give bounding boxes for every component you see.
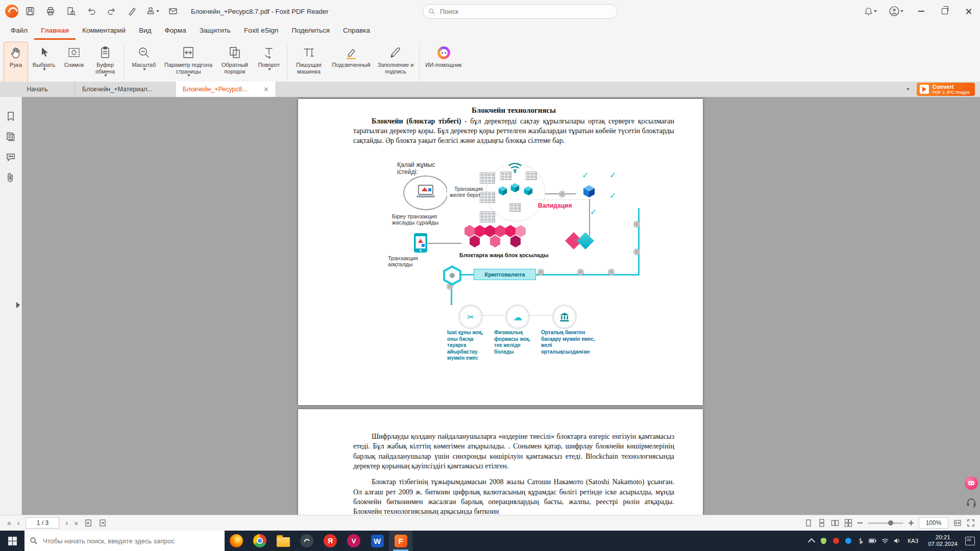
menu-home[interactable]: Главная bbox=[34, 22, 76, 40]
close-button[interactable] bbox=[957, 0, 980, 22]
undo-icon[interactable] bbox=[85, 5, 98, 18]
close-tab-icon[interactable] bbox=[263, 87, 268, 92]
typewriter-button[interactable]: Пишущая машинка bbox=[290, 42, 327, 83]
ai-assistant-icon bbox=[437, 45, 450, 60]
tab-list-caret-icon[interactable] bbox=[906, 88, 910, 90]
foxit-logo-icon[interactable] bbox=[5, 5, 18, 18]
redo-icon[interactable] bbox=[105, 5, 118, 18]
attachments-panel-button[interactable] bbox=[0, 167, 21, 188]
previous-page-button[interactable]: ‹ bbox=[17, 519, 20, 527]
taskbar-clock[interactable]: 20:21 07.02.2024 bbox=[925, 534, 961, 547]
clipboard-button[interactable]: Буфер обмена bbox=[89, 42, 121, 83]
tray-bluetooth-icon[interactable] bbox=[856, 537, 864, 545]
bookmarks-panel-button[interactable] bbox=[0, 106, 21, 127]
tab-document-1[interactable]: Блокчейн_+Материал... bbox=[75, 82, 176, 97]
search-icon bbox=[30, 537, 38, 545]
continuous-view-icon[interactable] bbox=[818, 519, 826, 527]
windows-taskbar: Я V W F КАЗ 20:21 07.02.2024 bbox=[0, 531, 980, 551]
taskbar-chrome[interactable] bbox=[248, 531, 272, 551]
taskbar-word[interactable]: W bbox=[365, 531, 389, 551]
zoom-slider-knob[interactable] bbox=[888, 520, 893, 525]
tray-app-blue-icon[interactable] bbox=[844, 537, 852, 545]
reverse-order-button[interactable]: Обратный порядок bbox=[216, 42, 253, 83]
facing-view-icon[interactable] bbox=[831, 519, 839, 527]
menu-share[interactable]: Поделиться bbox=[285, 22, 336, 40]
taskbar-firefox[interactable] bbox=[225, 531, 248, 551]
highlight-button[interactable]: Подсвеченный bbox=[328, 42, 374, 83]
minimize-button[interactable] bbox=[910, 0, 933, 22]
notifications-bell-icon[interactable] bbox=[858, 0, 883, 22]
zoom-out-button[interactable] bbox=[857, 522, 863, 523]
taskbar-search-box[interactable] bbox=[24, 531, 225, 551]
menu-esign[interactable]: Foxit eSign bbox=[237, 22, 285, 40]
facing-continuous-view-icon[interactable] bbox=[844, 519, 852, 527]
previous-view-icon[interactable] bbox=[84, 519, 92, 527]
titlebar-right-controls bbox=[858, 0, 980, 22]
tray-yandex-icon[interactable] bbox=[832, 537, 840, 545]
global-search-input[interactable] bbox=[439, 7, 612, 16]
print-icon[interactable] bbox=[44, 5, 57, 18]
stamp-icon[interactable] bbox=[146, 5, 159, 18]
rotate-button[interactable]: Поворот bbox=[254, 42, 284, 83]
ai-assistant-float-button[interactable] bbox=[965, 477, 978, 490]
expand-panel-arrow-icon[interactable] bbox=[16, 302, 20, 308]
first-page-button[interactable]: « bbox=[7, 519, 11, 527]
hand-tool-button[interactable]: Рука bbox=[4, 42, 28, 83]
document-view[interactable]: Блокчейн технологиясы Блокчейн (блоктар … bbox=[22, 97, 980, 515]
tab-document-2-active[interactable]: Блокчейн_+Ресурс8... bbox=[176, 82, 276, 97]
menu-protect[interactable]: Защитить bbox=[193, 22, 237, 40]
menu-view[interactable]: Вид bbox=[132, 22, 158, 40]
menu-help[interactable]: Справка bbox=[336, 22, 377, 40]
taskbar-explorer[interactable] bbox=[272, 531, 295, 551]
language-indicator[interactable]: КАЗ bbox=[905, 538, 920, 544]
support-float-button[interactable] bbox=[965, 496, 978, 509]
restore-button[interactable] bbox=[933, 0, 957, 22]
wifi-icon bbox=[507, 160, 523, 173]
taskbar-foxit-active[interactable]: F bbox=[389, 531, 412, 551]
quick-access-toolbar bbox=[23, 5, 180, 18]
pages-panel-button[interactable] bbox=[0, 127, 21, 147]
taskbar-search-input[interactable] bbox=[42, 537, 219, 545]
tray-shield-icon[interactable] bbox=[820, 537, 827, 545]
start-button[interactable] bbox=[0, 531, 24, 551]
next-view-icon[interactable] bbox=[99, 519, 107, 527]
save-icon[interactable] bbox=[23, 5, 37, 18]
network-cube-icon bbox=[498, 186, 507, 196]
tray-battery-icon[interactable] bbox=[869, 537, 876, 545]
print-preview-icon[interactable] bbox=[64, 5, 78, 18]
format-brush-icon[interactable] bbox=[126, 5, 139, 18]
tab-start[interactable]: Начать bbox=[0, 82, 75, 97]
fit-width-icon[interactable] bbox=[953, 519, 962, 527]
menu-form[interactable]: Форма bbox=[158, 22, 193, 40]
tray-chevron-icon[interactable] bbox=[807, 537, 815, 545]
tray-network-icon[interactable] bbox=[881, 537, 889, 545]
snapshot-button[interactable]: Снимок bbox=[60, 42, 88, 83]
action-center-icon[interactable] bbox=[965, 537, 975, 545]
comments-panel-button[interactable] bbox=[0, 147, 21, 167]
page-indicator[interactable]: 1 / 3 bbox=[26, 517, 59, 529]
single-page-view-icon[interactable] bbox=[804, 519, 813, 527]
global-search-box[interactable] bbox=[423, 4, 618, 19]
minimize-icon bbox=[918, 11, 924, 12]
fit-page-button[interactable]: Параметр подгона страницы bbox=[161, 42, 215, 83]
zoom-in-button[interactable] bbox=[909, 520, 914, 525]
convert-pdf-button[interactable]: Convert PDF 2 JPG Images bbox=[917, 83, 975, 96]
fill-sign-button[interactable]: Заполнение и подпись bbox=[375, 42, 416, 83]
last-page-button[interactable]: » bbox=[74, 519, 78, 527]
taskbar-app-dark[interactable] bbox=[295, 531, 318, 551]
zoom-level[interactable]: 100% bbox=[919, 517, 948, 529]
tray-volume-icon[interactable] bbox=[893, 537, 901, 545]
fullscreen-icon[interactable] bbox=[967, 519, 975, 527]
menu-comment[interactable]: Комментарий bbox=[76, 22, 132, 40]
next-page-button[interactable]: › bbox=[65, 519, 68, 527]
zoom-button[interactable]: Масштаб bbox=[128, 42, 160, 83]
account-avatar[interactable] bbox=[883, 0, 910, 22]
share-mail-icon[interactable] bbox=[166, 5, 180, 18]
zoom-slider[interactable] bbox=[868, 522, 903, 524]
diamond-teal-icon bbox=[577, 232, 594, 249]
select-tool-button[interactable]: Выбрать bbox=[29, 42, 59, 83]
taskbar-vivaldi[interactable]: V bbox=[342, 531, 365, 551]
taskbar-yandex[interactable]: Я bbox=[318, 531, 342, 551]
menu-file[interactable]: Файл bbox=[4, 22, 34, 40]
ai-assistant-button[interactable]: ИИ-помощник bbox=[423, 42, 464, 83]
